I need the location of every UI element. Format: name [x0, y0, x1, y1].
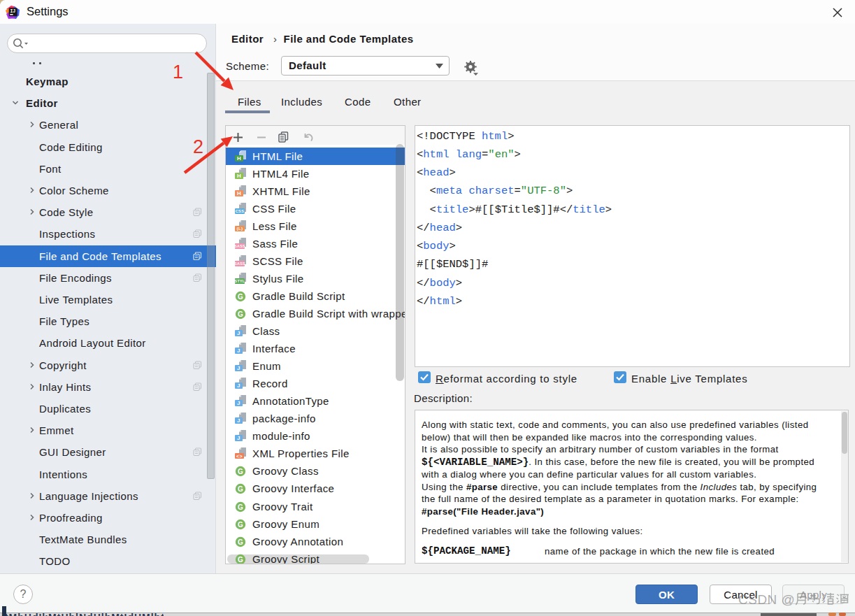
svg-text:J: J — [237, 382, 240, 389]
svg-text:G: G — [238, 520, 243, 528]
svg-text:J: J — [237, 435, 240, 441]
svg-text:J: J — [237, 348, 240, 354]
svg-text:SASS: SASS — [235, 244, 245, 248]
svg-text:J: J — [237, 330, 240, 336]
svg-text:G: G — [238, 555, 243, 563]
svg-text:STYL: STYL — [235, 279, 245, 283]
svg-text:J: J — [237, 417, 240, 424]
svg-text:H: H — [237, 190, 241, 196]
svg-text:G: G — [238, 468, 243, 475]
svg-text:CSS: CSS — [236, 209, 245, 213]
svg-text:<>: <> — [236, 454, 243, 459]
svg-text:{L}: {L} — [237, 227, 243, 231]
svg-text:IJ: IJ — [10, 9, 15, 14]
svg-text:H: H — [237, 173, 241, 179]
svg-text:SASS: SASS — [235, 262, 245, 266]
svg-text:G: G — [238, 292, 243, 300]
svg-text:G: G — [238, 503, 243, 510]
svg-text:G: G — [238, 538, 243, 545]
svg-text:J: J — [237, 365, 240, 371]
svg-text:J: J — [237, 400, 240, 406]
svg-text:H: H — [237, 155, 241, 162]
svg-text:G: G — [238, 485, 243, 493]
svg-text:G: G — [238, 310, 243, 317]
